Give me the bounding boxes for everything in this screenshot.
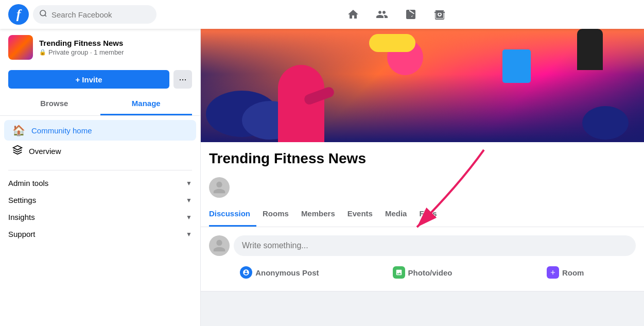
anonymous-post-icon [240,266,252,279]
insights-collapsible[interactable]: Insights ▼ [0,209,200,226]
nav-center [156,2,636,27]
nav-home-button[interactable] [341,2,365,27]
group-meta-text: Private group · 1 member [48,48,124,56]
search-input[interactable] [51,10,150,19]
group-name: Trending Fitness News [39,39,124,47]
insights-label: Insights [8,213,35,221]
tab-media[interactable]: Media [379,202,413,227]
group-title: Trending Fitness News [209,150,636,167]
group-info: Trending Fitness News 🔒 Private group · … [0,29,200,66]
group-main-card: Trending Fitness News Discussion Rooms M… [201,142,644,291]
group-avatar [8,35,33,60]
anonymous-post-label: Anonymous Post [255,268,319,277]
support-chevron-icon: ▼ [186,231,192,238]
room-label: Room [562,268,584,277]
nav-marketplace-button[interactable] [427,2,452,27]
settings-label: Settings [8,196,36,204]
nav-watch-button[interactable] [398,2,423,27]
top-navigation: f [0,0,644,29]
anonymous-post-button[interactable]: Anonymous Post [209,262,350,283]
room-button[interactable]: Room [495,262,636,283]
layers-icon [12,145,23,158]
sidebar-item-overview[interactable]: Overview [4,141,196,162]
manage-tab[interactable]: Manage [100,93,193,115]
tab-files[interactable]: Files [413,202,443,227]
sidebar-divider [8,170,192,170]
invite-row: + Invite ··· [0,66,200,93]
photo-video-icon [393,266,405,279]
browse-manage-tabs: Browse Manage [0,93,200,116]
sidebar-nav: 🏠 Community home Overview [0,116,200,166]
admin-tools-collapsible[interactable]: Admin tools ▼ [0,175,200,192]
admin-tools-label: Admin tools [8,179,48,187]
group-text: Trending Fitness News 🔒 Private group · … [39,39,124,56]
insights-chevron-icon: ▼ [186,214,192,221]
sidebar-item-community-home[interactable]: 🏠 Community home [4,120,196,141]
group-title-section: Trending Fitness News [201,142,644,167]
composer-avatar [209,235,230,256]
support-label: Support [8,230,36,238]
group-cover-image [201,29,644,142]
more-options-button[interactable]: ··· [173,70,192,89]
content-tabs: Discussion Rooms Members Events Media Fi… [201,202,644,227]
user-avatar [209,177,230,198]
room-icon [547,266,559,279]
search-icon [39,9,47,20]
group-meta: 🔒 Private group · 1 member [39,48,124,56]
post-composer: Anonymous Post Photo/video [201,227,644,291]
facebook-logo: f [8,4,29,25]
sidebar-item-community-home-label: Community home [31,126,92,135]
search-bar[interactable] [33,5,156,24]
lock-icon: 🔒 [39,49,46,56]
avatar-row [201,173,644,202]
main-layout: Trending Fitness News 🔒 Private group · … [0,29,644,326]
composer-input[interactable] [234,235,636,256]
settings-chevron-icon: ▼ [186,197,192,204]
photo-video-label: Photo/video [408,268,452,277]
settings-collapsible[interactable]: Settings ▼ [0,192,200,209]
browse-tab[interactable]: Browse [8,93,100,115]
invite-button[interactable]: + Invite [8,70,169,89]
photo-video-button[interactable]: Photo/video [352,262,493,283]
support-collapsible[interactable]: Support ▼ [0,226,200,243]
home-icon: 🏠 [12,124,25,136]
composer-top [209,235,636,256]
composer-actions: Anonymous Post Photo/video [209,262,636,283]
tab-rooms[interactable]: Rooms [256,202,295,227]
composer-section: Anonymous Post Photo/video [201,227,644,291]
sidebar: Trending Fitness News 🔒 Private group · … [0,29,201,326]
sidebar-item-overview-label: Overview [29,147,61,156]
main-content: Trending Fitness News Discussion Rooms M… [201,29,644,326]
svg-marker-3 [13,146,22,150]
svg-point-0 [40,10,46,16]
admin-tools-chevron-icon: ▼ [186,180,192,187]
tab-discussion[interactable]: Discussion [209,202,256,227]
cover-art [201,29,644,142]
tab-members[interactable]: Members [295,202,341,227]
tab-events[interactable]: Events [341,202,379,227]
svg-line-1 [45,15,46,16]
nav-friends-button[interactable] [370,2,394,27]
